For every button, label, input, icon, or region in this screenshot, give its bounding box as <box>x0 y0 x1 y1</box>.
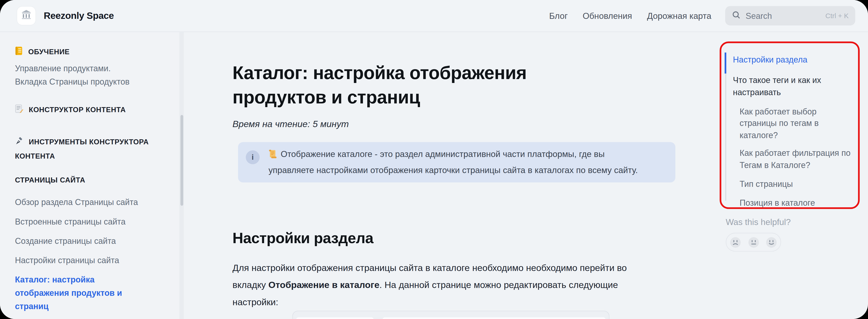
screenshot-card-tab <box>296 317 374 319</box>
memo-icon <box>15 105 23 118</box>
read-time: Время на чтение: 5 минут <box>232 118 349 129</box>
sidebar: ОБУЧЕНИЕ Управление продуктами. Вкладка … <box>0 32 184 319</box>
toc-item-vybor-stranitsy[interactable]: Как работает выбор страницы по тегам в к… <box>740 105 852 141</box>
fountain-pen-icon <box>15 137 23 150</box>
info-callout: i Отображение каталоге - это раздел адми… <box>238 142 675 182</box>
search-icon <box>732 10 741 22</box>
nav-roadmap[interactable]: Дорожная карта <box>647 11 712 21</box>
sidebar-item-nastroyki-stranitsy[interactable]: Настройки страницы сайта <box>15 254 153 267</box>
sidebar-item-upravlenie-produktami[interactable]: Управление продуктами. Вкладка Страницы … <box>15 62 141 88</box>
sidebar-item-label: КОНСТРУКТОР КОНТЕНТА <box>29 105 126 114</box>
app-window: Reezonly Space Блог Обновления Дорожная … <box>0 0 868 319</box>
toc-item-filtratsiya[interactable]: Как работает фильтрация по Тегам в Катал… <box>740 147 852 171</box>
header-nav: Блог Обновления Дорожная карта <box>549 11 711 21</box>
feedback-label: Was this helpful? <box>726 217 791 227</box>
sidebar-item-obzor-razdela[interactable]: Обзор раздела Страницы сайта <box>15 196 153 208</box>
toc-active-indicator <box>725 52 726 74</box>
search-placeholder: Search <box>746 11 772 21</box>
page-title: Каталог: настройка отображения продуктов… <box>232 61 587 109</box>
sidebar-item-konstruktor-kontenta[interactable]: КОНСТРУКТОР КОНТЕНТА <box>15 103 153 118</box>
sidebar-item-katalog-active[interactable]: Каталог: настройка отображения продуктов… <box>15 273 145 313</box>
sidebar-item-label: ИНСТРУМЕНТЫ КОНСТРУКТОРА КОНТЕНТА <box>15 138 149 161</box>
screenshot-card <box>292 311 609 319</box>
sad-face-button[interactable] <box>730 237 741 248</box>
header-right: Блог Обновления Дорожная карта Search Ct… <box>549 6 855 25</box>
happy-face-button[interactable] <box>766 237 777 248</box>
feedback-widget <box>726 233 781 252</box>
section-heading: Настройки раздела <box>232 230 373 248</box>
sidebar-group-stranitsy-sayta: СТРАНИЦЫ САЙТА <box>15 174 153 187</box>
neutral-face-button[interactable] <box>748 237 759 248</box>
classical-building-icon <box>21 9 32 22</box>
site-header: Reezonly Space Блог Обновления Дорожная … <box>0 0 868 32</box>
toc-item-nastroyki-razdela[interactable]: Настройки раздела <box>733 52 844 66</box>
site-title: Reezonly Space <box>44 10 114 22</box>
toc-item-pozitsiya[interactable]: Позиция в каталоге <box>740 197 852 208</box>
nav-updates[interactable]: Обновления <box>583 11 632 21</box>
toc-item-chto-takoe-tegi[interactable]: Что такое теги и как их настраивать <box>733 74 844 99</box>
body-paragraph: Для настройки отображения страницы сайта… <box>232 259 654 311</box>
ledger-icon <box>15 46 23 60</box>
callout-text: Отображение каталоге - это раздел админи… <box>269 147 648 177</box>
screenshot-card-panel <box>382 317 606 319</box>
nav-blog[interactable]: Блог <box>549 11 568 21</box>
search-box[interactable]: Search Ctrl + K <box>725 6 855 25</box>
toc-rule <box>725 54 726 201</box>
logo[interactable] <box>17 7 35 25</box>
info-icon: i <box>246 150 259 164</box>
bold-phrase: Отображение в каталоге <box>268 280 379 289</box>
search-shortcut: Ctrl + K <box>826 12 849 20</box>
toc-list: Настройки раздела Что такое теги и как и… <box>725 52 854 208</box>
sidebar-nav: ОБУЧЕНИЕ Управление продуктами. Вкладка … <box>15 45 153 319</box>
sidebar-item-label: ОБУЧЕНИЕ <box>28 47 70 56</box>
scroll-icon <box>269 149 277 163</box>
sidebar-item-instrumenty-konstruktora[interactable]: ИНСТРУМЕНТЫ КОНСТРУКТОРА КОНТЕНТА <box>15 135 153 163</box>
toc-item-tip-stranitsy[interactable]: Тип страницы <box>740 178 852 190</box>
sidebar-item-obuchenie[interactable]: ОБУЧЕНИЕ <box>15 45 153 60</box>
sidebar-scrollbar-thumb[interactable] <box>180 115 183 206</box>
sidebar-item-sozdanie[interactable]: Создание страницы сайта <box>15 235 153 247</box>
callout-body: Отображение каталоге - это раздел админи… <box>269 149 638 175</box>
sidebar-item-vstroennye[interactable]: Встроенные страницы сайта <box>15 215 153 228</box>
